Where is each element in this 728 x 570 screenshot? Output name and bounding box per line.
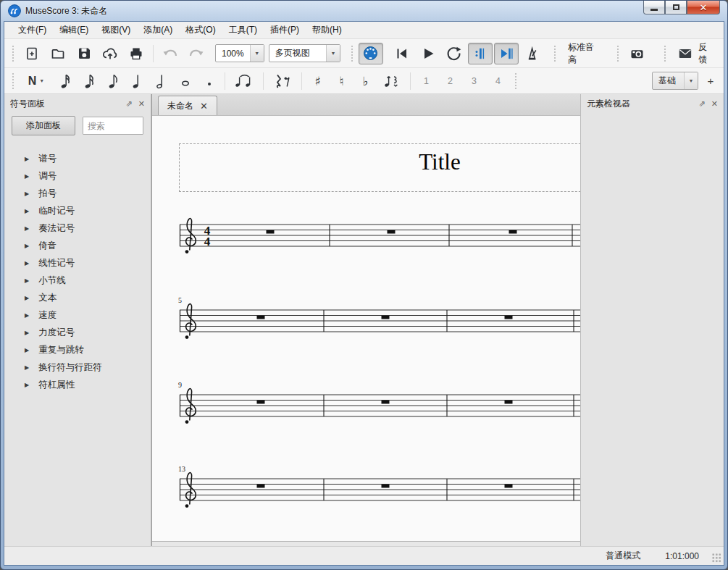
whole-rest[interactable] bbox=[388, 230, 396, 234]
whole-rest[interactable] bbox=[505, 316, 513, 319]
feedback-button[interactable]: 反馈 bbox=[671, 43, 720, 64]
menu-tools[interactable]: 工具(T) bbox=[222, 22, 264, 38]
zoom-select[interactable]: 100% ▼ bbox=[215, 44, 264, 62]
palette-item-repeats-and-jumps[interactable]: ▶重复与跳转 bbox=[4, 341, 151, 359]
treble-clef[interactable] bbox=[185, 473, 196, 508]
pan-score-toggle[interactable] bbox=[494, 43, 519, 64]
float-panel-icon[interactable]: ⇗ bbox=[126, 99, 133, 109]
flip-direction-button[interactable] bbox=[378, 71, 406, 91]
note-8th-button[interactable] bbox=[102, 71, 125, 91]
expand-arrow-icon[interactable]: ▶ bbox=[25, 382, 29, 388]
menu-add[interactable]: 添加(A) bbox=[137, 22, 179, 38]
tie-button[interactable] bbox=[230, 71, 259, 91]
float-panel-icon[interactable]: ⇗ bbox=[699, 99, 706, 109]
print-button[interactable] bbox=[124, 43, 148, 64]
note-32nd-button[interactable] bbox=[54, 71, 77, 91]
resize-grip[interactable] bbox=[712, 553, 721, 563]
expand-arrow-icon[interactable]: ▶ bbox=[25, 208, 29, 214]
workspace-select[interactable]: 基础 ▼ bbox=[652, 72, 698, 90]
voice-3-button[interactable]: 3 bbox=[463, 71, 485, 91]
expand-arrow-icon[interactable]: ▶ bbox=[25, 156, 29, 162]
whole-rest[interactable] bbox=[382, 316, 390, 319]
whole-rest[interactable] bbox=[505, 401, 513, 404]
zoom-caret-button[interactable]: ▼ bbox=[250, 45, 264, 62]
image-capture-button[interactable] bbox=[624, 43, 649, 64]
palette-search-input[interactable] bbox=[83, 117, 143, 135]
undo-button[interactable] bbox=[158, 43, 183, 64]
palette-item-beam-properties[interactable]: ▶符杠属性 bbox=[4, 376, 151, 393]
workspace-caret-button[interactable]: ▼ bbox=[684, 72, 698, 89]
treble-clef[interactable] bbox=[185, 304, 196, 339]
close-panel-icon[interactable]: ✕ bbox=[138, 99, 145, 109]
toolbar-grip[interactable] bbox=[350, 44, 354, 63]
menu-help[interactable]: 帮助(H) bbox=[306, 22, 348, 38]
tab-close-icon[interactable]: ✕ bbox=[200, 101, 208, 111]
save-button[interactable] bbox=[72, 43, 96, 64]
voice-2-button[interactable]: 2 bbox=[439, 71, 461, 91]
expand-arrow-icon[interactable]: ▶ bbox=[25, 330, 29, 336]
add-palettes-button[interactable]: 添加面板 bbox=[12, 116, 75, 135]
whole-rest[interactable] bbox=[257, 485, 265, 488]
menu-file[interactable]: 文件(F) bbox=[12, 22, 53, 38]
expand-arrow-icon[interactable]: ▶ bbox=[25, 295, 29, 301]
expand-arrow-icon[interactable]: ▶ bbox=[25, 225, 29, 232]
save-online-button[interactable] bbox=[98, 43, 122, 64]
close-panel-icon[interactable]: ✕ bbox=[711, 99, 718, 109]
document-tab[interactable]: 未命名 ✕ bbox=[158, 96, 217, 115]
palette-item-barlines[interactable]: ▶小节线 bbox=[4, 272, 151, 289]
menu-view[interactable]: 视图(V) bbox=[95, 22, 137, 38]
add-workspace-button[interactable]: + bbox=[701, 71, 720, 91]
treble-clef[interactable] bbox=[185, 219, 196, 253]
palette-item-dynamics[interactable]: ▶力度记号 bbox=[4, 324, 151, 341]
whole-rest[interactable] bbox=[257, 316, 265, 319]
redo-button[interactable] bbox=[184, 43, 209, 64]
flat-button[interactable]: ♭ bbox=[354, 71, 377, 91]
expand-arrow-icon[interactable]: ▶ bbox=[25, 190, 29, 197]
open-file-button[interactable] bbox=[46, 43, 70, 64]
expand-arrow-icon[interactable]: ▶ bbox=[25, 173, 29, 180]
expand-arrow-icon[interactable]: ▶ bbox=[25, 243, 29, 249]
maximize-button[interactable] bbox=[665, 1, 687, 14]
title-frame[interactable] bbox=[179, 143, 580, 192]
voice-4-button[interactable]: 4 bbox=[487, 71, 509, 91]
rest-button[interactable] bbox=[268, 71, 297, 91]
sharp-button[interactable]: ♯ bbox=[306, 71, 329, 91]
rewind-button[interactable] bbox=[390, 43, 414, 64]
palette-item-key-signatures[interactable]: ▶调号 bbox=[4, 167, 151, 185]
toolbar-grip[interactable] bbox=[11, 72, 15, 91]
toolbar-grip[interactable] bbox=[553, 44, 557, 63]
palette-item-articulations[interactable]: ▶奏法记号 bbox=[4, 219, 151, 237]
note-16th-button[interactable] bbox=[78, 71, 101, 91]
treble-clef[interactable] bbox=[185, 389, 196, 424]
time-signature[interactable]: 4 4 bbox=[204, 224, 211, 249]
concert-pitch-button[interactable]: 标准音高 bbox=[561, 43, 605, 64]
palette-item-text[interactable]: ▶文本 bbox=[4, 289, 151, 306]
menu-edit[interactable]: 编辑(E) bbox=[53, 22, 95, 38]
natural-button[interactable]: ♮ bbox=[330, 71, 353, 91]
view-mode-select[interactable]: 多页视图 ▼ bbox=[269, 44, 340, 62]
expand-arrow-icon[interactable]: ▶ bbox=[25, 364, 29, 371]
toolbar-grip[interactable] bbox=[663, 44, 667, 63]
whole-rest[interactable] bbox=[382, 401, 390, 404]
palette-item-grace-notes[interactable]: ▶倚音 bbox=[4, 237, 151, 254]
menu-format[interactable]: 格式(O) bbox=[179, 22, 222, 38]
score-page[interactable]: Title 4 4 bbox=[152, 116, 580, 542]
note-input-mode-button[interactable]: N ▼ bbox=[20, 71, 53, 91]
voice-1-button[interactable]: 1 bbox=[415, 71, 438, 91]
toolbar-grip[interactable] bbox=[11, 44, 15, 63]
note-quarter-button[interactable] bbox=[126, 71, 148, 91]
palette-item-accidentals[interactable]: ▶临时记号 bbox=[4, 202, 151, 219]
note-half-button[interactable] bbox=[150, 71, 172, 91]
close-button[interactable]: ✕ bbox=[687, 1, 720, 14]
palette-item-tempo[interactable]: ▶速度 bbox=[4, 306, 151, 324]
score-title-text[interactable]: Title bbox=[419, 149, 460, 175]
note-whole-button[interactable] bbox=[174, 71, 196, 91]
score-canvas[interactable]: Title 4 4 bbox=[152, 116, 580, 546]
palette-item-breaks-and-spacers[interactable]: ▶换行符与行距符 bbox=[4, 359, 151, 376]
expand-arrow-icon[interactable]: ▶ bbox=[25, 277, 29, 284]
toolbar-grip[interactable] bbox=[616, 44, 620, 63]
palette-item-time-signatures[interactable]: ▶拍号 bbox=[4, 185, 151, 202]
augmentation-dot-button[interactable] bbox=[198, 71, 220, 91]
whole-rest[interactable] bbox=[257, 401, 265, 404]
play-repeats-toggle[interactable] bbox=[468, 43, 493, 64]
